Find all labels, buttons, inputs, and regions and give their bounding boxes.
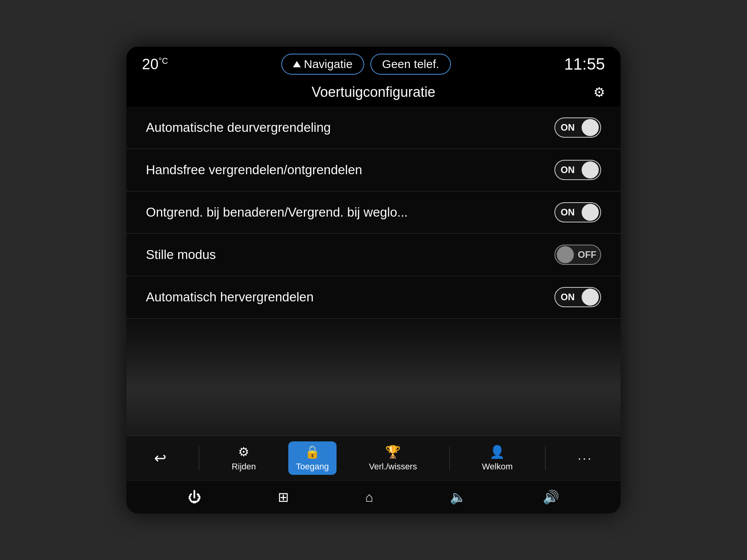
temp-unit: °C xyxy=(158,56,168,66)
setting-row-auto-door-lock: Automatische deurvergrendeling ON xyxy=(126,107,621,149)
settings-list: Automatische deurvergrendeling ON Handsf… xyxy=(126,107,621,318)
temperature-display: 20°C xyxy=(142,56,168,73)
nav-item-verl-wissers[interactable]: 🏆 Verl./wissers xyxy=(361,441,424,475)
navigation-button[interactable]: Navigatie xyxy=(281,54,364,75)
nav-button-label: Navigatie xyxy=(304,58,352,71)
system-bar: ⏻ ⊞ ⌂ 🔈 🔊 xyxy=(126,480,621,513)
verl-wissers-icon: 🏆 xyxy=(385,444,401,459)
nav-arrow-icon xyxy=(293,61,301,67)
setting-row-silent-mode: Stille modus OFF xyxy=(126,234,621,276)
toggle-label-handsfree: ON xyxy=(561,164,575,175)
toggle-auto-relock[interactable]: ON xyxy=(551,287,601,307)
nav-divider-2 xyxy=(449,446,450,470)
toegang-icon: 🔒 xyxy=(305,444,320,459)
page-title-row: Voertuigconfiguratie ⚙ xyxy=(126,80,621,107)
screen-container: 20°C Navigatie Geen telef. 11:55 Voertui… xyxy=(126,47,621,513)
screen-content: 20°C Navigatie Geen telef. 11:55 Voertui… xyxy=(126,47,621,513)
toggle-thumb-auto-door-lock xyxy=(582,119,599,136)
rijden-label: Rijden xyxy=(231,462,256,472)
home-button[interactable]: ⌂ xyxy=(359,487,380,507)
welkom-label: Welkom xyxy=(482,462,513,472)
toggle-label-approach-lock: ON xyxy=(561,207,575,218)
setting-row-auto-relock: Automatisch hervergrendelen ON xyxy=(126,276,621,318)
toggle-thumb-auto-relock xyxy=(582,289,599,306)
toegang-label: Toegang xyxy=(296,462,329,472)
toggle-thumb-silent-mode xyxy=(557,246,574,263)
top-bar: 20°C Navigatie Geen telef. 11:55 xyxy=(126,47,621,80)
toggle-thumb-approach-lock xyxy=(582,204,599,221)
page-title: Voertuigconfiguratie xyxy=(312,84,435,100)
back-button[interactable]: ↩ xyxy=(146,446,174,470)
setting-row-approach-lock: Ontgrend. bij benaderen/Vergrend. bij we… xyxy=(126,191,621,234)
temp-value: 20 xyxy=(142,56,158,72)
time-display: 11:55 xyxy=(564,55,605,74)
more-button[interactable]: ··· xyxy=(570,448,601,469)
toggle-track-handsfree[interactable]: ON xyxy=(554,160,601,180)
power-button[interactable]: ⏻ xyxy=(182,487,207,507)
verl-wissers-label: Verl./wissers xyxy=(369,462,417,472)
nav-divider-1 xyxy=(199,446,199,470)
volume-down-button[interactable]: 🔈 xyxy=(444,487,472,507)
welkom-icon: 👤 xyxy=(489,444,505,459)
toggle-label-auto-door-lock: ON xyxy=(561,122,575,133)
toggle-thumb-handsfree xyxy=(582,161,599,178)
phone-button[interactable]: Geen telef. xyxy=(370,54,451,75)
toggle-handsfree[interactable]: ON xyxy=(551,160,601,180)
top-nav-buttons: Navigatie Geen telef. xyxy=(281,54,451,75)
car-surround: 20°C Navigatie Geen telef. 11:55 Voertui… xyxy=(0,0,747,560)
toggle-approach-lock[interactable]: ON xyxy=(551,202,601,222)
phone-button-label: Geen telef. xyxy=(382,58,439,71)
nav-divider-3 xyxy=(545,446,545,470)
toggle-label-auto-relock: ON xyxy=(561,292,575,303)
settings-icon[interactable]: ⚙ xyxy=(593,84,605,100)
setting-label-auto-relock: Automatisch hervergrendelen xyxy=(146,290,314,304)
nav-item-toegang[interactable]: 🔒 Toegang xyxy=(288,441,337,475)
toggle-auto-door-lock[interactable]: ON xyxy=(551,117,601,138)
grid-button[interactable]: ⊞ xyxy=(272,487,295,507)
toggle-track-silent-mode[interactable]: OFF xyxy=(554,245,601,265)
toggle-track-approach-lock[interactable]: ON xyxy=(554,202,601,222)
reflection-area xyxy=(126,318,621,436)
toggle-label-silent-mode: OFF xyxy=(578,249,596,260)
bottom-nav: ↩ ⚙ Rijden 🔒 Toegang 🏆 Verl./wissers 👤 xyxy=(126,436,621,480)
setting-row-handsfree: Handsfree vergrendelen/ontgrendelen ON xyxy=(126,149,621,191)
rijden-icon: ⚙ xyxy=(238,444,249,459)
setting-label-auto-door-lock: Automatische deurvergrendeling xyxy=(146,120,331,135)
toggle-silent-mode[interactable]: OFF xyxy=(551,245,601,265)
setting-label-approach-lock: Ontgrend. bij benaderen/Vergrend. bij we… xyxy=(146,205,408,220)
volume-up-button[interactable]: 🔊 xyxy=(537,487,565,507)
nav-item-welkom[interactable]: 👤 Welkom xyxy=(474,441,521,475)
toggle-track-auto-door-lock[interactable]: ON xyxy=(554,117,601,138)
nav-item-rijden[interactable]: ⚙ Rijden xyxy=(224,441,263,475)
setting-label-silent-mode: Stille modus xyxy=(146,247,216,262)
setting-label-handsfree: Handsfree vergrendelen/ontgrendelen xyxy=(146,163,362,177)
toggle-track-auto-relock[interactable]: ON xyxy=(554,287,601,307)
